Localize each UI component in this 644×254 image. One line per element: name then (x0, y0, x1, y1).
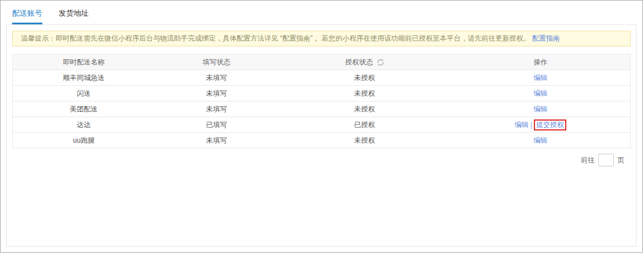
fill-status: 未填写 (155, 89, 278, 99)
auth-status: 未授权 (278, 73, 451, 83)
page-number-input[interactable] (598, 154, 614, 166)
action-separator: | (530, 121, 532, 129)
table-row: 达达 已填写 已授权 编辑|提交授权 (13, 117, 630, 132)
red-highlight-box: 提交授权 (534, 119, 566, 130)
fill-status: 未填写 (155, 104, 278, 114)
auth-status: 未授权 (278, 136, 451, 146)
table-header-row: 即时配送名称 填写状态 授权状态 (13, 55, 630, 70)
table-row: uu跑腿 未填写 未授权 编辑 (13, 132, 630, 148)
auth-status: 未授权 (278, 104, 451, 114)
header-delivery-name: 即时配送名称 (13, 57, 155, 67)
header-auth-status-label: 授权状态 (345, 57, 373, 67)
submit-auth-link[interactable]: 提交授权 (536, 121, 564, 129)
table-row: 闪送 未填写 未授权 编辑 (13, 85, 630, 101)
delivery-name: 顺丰同城急送 (13, 73, 155, 83)
edit-link[interactable]: 编辑 (534, 105, 548, 113)
fill-status: 未填写 (155, 136, 278, 146)
edit-link[interactable]: 编辑 (534, 136, 548, 144)
header-actions: 操作 (451, 57, 630, 67)
tip-banner: 温馨提示：即时配送需先在微信小程序后台与物流助手完成绑定，具体配置方法详见 “配… (12, 31, 631, 46)
pagination: 前往 页 (7, 154, 624, 166)
config-guide-link[interactable]: 配置指南 (532, 34, 560, 42)
auth-status: 未授权 (278, 89, 451, 99)
edit-link[interactable]: 编辑 (534, 89, 548, 97)
tab-bar: 配送账号 发货地址 (1, 1, 642, 24)
delivery-name: 美团配送 (13, 104, 155, 114)
tab-delivery-account[interactable]: 配送账号 (12, 8, 42, 24)
table-row: 美团配送 未填写 未授权 编辑 (13, 101, 630, 117)
tab-shipping-address[interactable]: 发货地址 (59, 8, 89, 24)
table-row: 顺丰同城急送 未填写 未授权 编辑 (13, 70, 630, 85)
delivery-name: 闪送 (13, 89, 155, 99)
fill-status: 已填写 (155, 120, 278, 130)
header-fill-status: 填写状态 (155, 57, 278, 67)
delivery-name: 达达 (13, 120, 155, 130)
fill-status: 未填写 (155, 73, 278, 83)
content-card: 温馨提示：即时配送需先在微信小程序后台与物流助手完成绑定，具体配置方法详见 “配… (6, 24, 636, 246)
edit-link[interactable]: 编辑 (515, 121, 529, 129)
pagination-suffix-label: 页 (617, 155, 624, 165)
page: 配送账号 发货地址 温馨提示：即时配送需先在微信小程序后台与物流助手完成绑定，具… (0, 0, 643, 253)
refresh-icon[interactable] (377, 59, 384, 66)
delivery-name: uu跑腿 (13, 136, 155, 146)
delivery-table: 即时配送名称 填写状态 授权状态 (12, 54, 631, 148)
pagination-prefix-label: 前往 (581, 155, 595, 165)
tip-banner-text: 温馨提示：即时配送需先在微信小程序后台与物流助手完成绑定，具体配置方法详见 “配… (21, 34, 530, 42)
edit-link[interactable]: 编辑 (534, 74, 548, 82)
header-auth-status: 授权状态 (278, 57, 451, 67)
auth-status: 已授权 (278, 120, 451, 130)
